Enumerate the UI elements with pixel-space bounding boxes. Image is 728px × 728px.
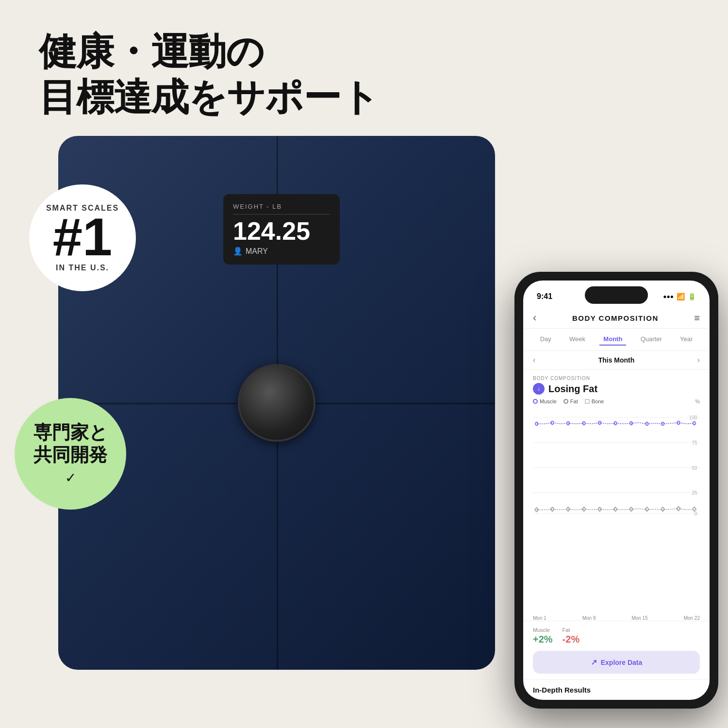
chart-svg: 100 75 50 25 0 — [533, 412, 700, 519]
period-nav: ‹ This Month › — [523, 351, 710, 370]
pct-label: % — [695, 398, 700, 404]
battery-icon: 🔋 — [688, 293, 696, 300]
in-depth-results: In-Depth Results — [523, 679, 710, 700]
expert-line1: 専門家と — [33, 422, 108, 444]
muscle-stat: Muscle +2% — [533, 627, 553, 645]
legend-fat: Fat — [563, 398, 578, 404]
muscle-stat-value: +2% — [533, 634, 553, 645]
x-label-3: Mon 15 — [631, 615, 647, 621]
tab-month[interactable]: Month — [599, 333, 626, 346]
x-axis-labels: Mon 1 Mon 8 Mon 15 Mon 22 — [523, 615, 710, 621]
legend-muscle: Muscle — [533, 398, 557, 404]
losing-fat-row: ↓ Losing Fat — [533, 383, 700, 395]
tab-year[interactable]: Year — [676, 333, 696, 346]
user-name: 👤 MARY — [233, 247, 330, 256]
svg-text:50: 50 — [692, 465, 697, 471]
page-header: 健康・運動の 目標達成をサポート — [39, 29, 379, 120]
back-button[interactable]: ‹ — [533, 312, 536, 324]
menu-button[interactable]: ≡ — [694, 313, 700, 324]
explore-data-button[interactable]: ↗ Explore Data — [533, 651, 700, 674]
muscle-stat-label: Muscle — [533, 627, 553, 633]
user-label: MARY — [246, 247, 268, 256]
header-line1: 健康・運動の — [39, 29, 379, 75]
body-comp-label: BODY COMPOSITION — [533, 376, 700, 381]
legend-row: Muscle Fat Bone % — [533, 398, 700, 404]
header-line2: 目標達成をサポート — [39, 75, 379, 120]
signal-icon: ●●● — [663, 293, 674, 300]
status-time: 9:41 — [537, 292, 552, 301]
app-title: BODY COMPOSITION — [536, 314, 694, 322]
tab-quarter[interactable]: Quarter — [637, 333, 666, 346]
legend-bone: Bone — [585, 398, 604, 404]
period-label: This Month — [598, 356, 635, 364]
svg-text:75: 75 — [692, 440, 697, 446]
in-us-label: IN THE U.S. — [56, 264, 109, 272]
weight-value: 124.25 — [233, 218, 330, 244]
fat-stat-value: -2% — [563, 634, 580, 645]
fat-stat: Fat -2% — [563, 627, 580, 645]
x-label-4: Mon 22 — [684, 615, 700, 621]
explore-label: Explore Data — [601, 659, 643, 666]
fat-dot — [563, 398, 569, 405]
chart-area: 100 75 50 25 0 — [523, 412, 710, 615]
body-comp-section: BODY COMPOSITION ↓ Losing Fat Muscle Fat… — [523, 370, 710, 412]
losing-fat-icon: ↓ — [533, 383, 545, 395]
tab-day[interactable]: Day — [536, 333, 555, 346]
next-period-button[interactable]: › — [697, 356, 700, 364]
smart-scales-badge: SMART SCALES #1 IN THE U.S. — [29, 184, 136, 291]
fat-stat-label: Fat — [563, 627, 580, 633]
weight-label: WEIGHT - LB — [233, 203, 330, 215]
wifi-icon: 📶 — [677, 293, 685, 300]
phone-mockup: 9:41 ●●● 📶 🔋 ‹ BODY COMPOSITION ≡ Day We… — [514, 272, 718, 709]
check-icon: ✓ — [65, 470, 76, 486]
svg-point-20 — [693, 422, 696, 425]
muscle-dot — [533, 399, 538, 404]
user-icon: 👤 — [233, 247, 243, 256]
losing-fat-text: Losing Fat — [548, 383, 597, 395]
svg-marker-29 — [661, 507, 665, 512]
prev-period-button[interactable]: ‹ — [533, 356, 535, 364]
status-icons: ●●● 📶 🔋 — [663, 293, 696, 300]
fat-label: Fat — [570, 398, 578, 404]
bone-label: Bone — [592, 398, 604, 404]
scale-display: WEIGHT - LB 124.25 👤 MARY — [223, 194, 340, 265]
phone-screen: 9:41 ●●● 📶 🔋 ‹ BODY COMPOSITION ≡ Day We… — [523, 281, 710, 700]
expert-line2: 共同開発 — [33, 444, 108, 466]
dynamic-island — [585, 286, 648, 304]
app-header: ‹ BODY COMPOSITION ≡ — [523, 308, 710, 329]
svg-text:25: 25 — [692, 490, 697, 496]
expert-badge: 専門家と 共同開発 ✓ — [15, 398, 126, 510]
stats-row: Muscle +2% Fat -2% — [523, 621, 710, 651]
svg-text:100: 100 — [689, 415, 697, 421]
svg-text:0: 0 — [695, 511, 697, 517]
x-label-2: Mon 8 — [582, 615, 596, 621]
x-label-1: Mon 1 — [533, 615, 546, 621]
svg-marker-28 — [645, 507, 649, 512]
expert-text: 専門家と 共同開発 — [33, 422, 108, 466]
explore-icon: ↗ — [591, 658, 597, 667]
number-one: #1 — [53, 210, 112, 264]
tabs-row: Day Week Month Quarter Year — [523, 329, 710, 351]
bone-dot — [585, 399, 590, 404]
muscle-label: Muscle — [540, 398, 557, 404]
tab-week[interactable]: Week — [565, 333, 589, 346]
scale-knob — [238, 364, 315, 442]
